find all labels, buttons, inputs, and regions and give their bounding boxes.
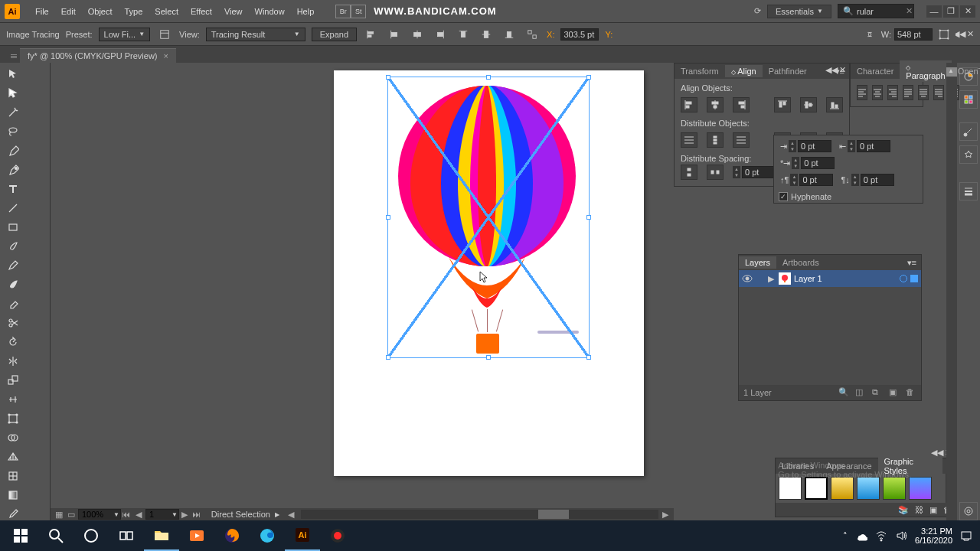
illustrator-taskbar-icon[interactable]: Ai: [285, 520, 320, 551]
zoom-field[interactable]: [78, 509, 121, 520]
style-swatch-blue[interactable]: [857, 477, 880, 500]
styles-collapse-icon[interactable]: ◀◀: [931, 448, 943, 458]
workspace-dropdown[interactable]: Essentials▼: [767, 5, 831, 18]
window-minimize[interactable]: —: [926, 5, 942, 18]
panel-close2-icon[interactable]: ✕: [839, 65, 846, 75]
scroll-right-icon[interactable]: ▶: [660, 510, 671, 519]
record-icon[interactable]: [320, 520, 355, 551]
space-before-field[interactable]: [799, 174, 833, 186]
panel-collapse-icon[interactable]: ◀◀: [825, 65, 838, 75]
para-justify-center-icon[interactable]: [918, 85, 929, 100]
file-explorer-icon[interactable]: [144, 520, 179, 551]
style-swatch-outline[interactable]: [805, 477, 828, 500]
right-vertical-scrollbar[interactable]: [946, 63, 957, 520]
dist-bottom-icon[interactable]: [733, 132, 750, 148]
paintbrush-tool-icon[interactable]: [0, 236, 25, 256]
preset-dropdown[interactable]: Low Fi...▼: [99, 28, 151, 41]
dist-space-h-icon[interactable]: [707, 165, 724, 180]
new-layer-icon[interactable]: ▣: [889, 387, 900, 398]
window-restore[interactable]: ❐: [943, 5, 959, 18]
tab-paragraph[interactable]: ◇ Paragraph: [900, 60, 951, 82]
edge-icon[interactable]: [250, 520, 285, 551]
tab-transform[interactable]: Transform: [675, 65, 725, 77]
cortana-icon[interactable]: [74, 520, 109, 551]
menu-type[interactable]: Type: [119, 4, 149, 19]
menu-file[interactable]: File: [29, 4, 55, 19]
document-tab-close-icon[interactable]: ×: [164, 51, 168, 60]
link-wh-icon[interactable]: [861, 26, 878, 43]
align-hc-icon[interactable]: [409, 26, 426, 43]
direct-selection-tool-icon[interactable]: [0, 83, 25, 103]
layer-name-label[interactable]: Layer 1: [794, 274, 897, 283]
w-field[interactable]: [894, 28, 933, 41]
rotate-tool-icon[interactable]: [0, 332, 25, 351]
para-align-center-icon[interactable]: [872, 85, 883, 100]
first-line-indent-stepper[interactable]: *⇥▲▼: [780, 157, 916, 169]
perspective-grid-tool-icon[interactable]: [0, 447, 25, 466]
artboard-number-field[interactable]: [145, 509, 179, 520]
space-before-stepper[interactable]: ↑¶▲▼: [780, 174, 833, 186]
tab-appearance[interactable]: Appearance: [820, 460, 877, 472]
line-tool-icon[interactable]: [0, 198, 25, 217]
menu-help[interactable]: Help: [291, 4, 321, 19]
align-right-obj-icon[interactable]: [733, 97, 750, 112]
dist-top-icon[interactable]: [681, 132, 697, 148]
align-left-icon[interactable]: [363, 26, 380, 43]
tray-expand-icon[interactable]: ˄: [843, 531, 848, 541]
align-vt-icon[interactable]: [455, 26, 472, 43]
align-bottom-obj-icon[interactable]: [826, 97, 843, 112]
sound-tray-icon[interactable]: [895, 530, 907, 542]
left-indent-field[interactable]: [798, 140, 831, 152]
notifications-tray-icon[interactable]: [960, 530, 972, 542]
selection-indicator-icon[interactable]: [910, 275, 918, 282]
tab-artboards[interactable]: Artboards: [776, 256, 825, 269]
shape-builder-tool-icon[interactable]: [0, 428, 25, 447]
para-justify-right-icon[interactable]: [933, 85, 944, 100]
menu-edit[interactable]: Edit: [55, 4, 82, 19]
curvature-tool-icon[interactable]: [0, 160, 25, 179]
align-vc-icon[interactable]: [478, 26, 495, 43]
onedrive-tray-icon[interactable]: [855, 530, 867, 542]
dist-vcenter-icon[interactable]: [707, 132, 724, 148]
new-style-icon[interactable]: ▣: [929, 505, 937, 515]
tab-pathfinder[interactable]: Pathfinder: [763, 65, 813, 77]
transform-panel-icon[interactable]: [524, 26, 541, 43]
pencil-tool-icon[interactable]: [0, 256, 25, 275]
stroke-panel-icon[interactable]: [959, 182, 978, 201]
type-tool-icon[interactable]: [0, 179, 25, 198]
video-editor-icon[interactable]: [179, 520, 214, 551]
bridge-icon[interactable]: Br: [335, 5, 351, 18]
hyphenate-checkbox[interactable]: ✓: [779, 192, 788, 201]
delete-layer-icon[interactable]: 🗑: [906, 387, 916, 398]
para-align-left-icon[interactable]: [857, 85, 867, 100]
sync-icon[interactable]: ⟳: [754, 6, 761, 16]
space-after-field[interactable]: [861, 174, 894, 186]
help-search-input[interactable]: [857, 7, 903, 16]
reflect-tool-icon[interactable]: [0, 351, 25, 370]
expand-button[interactable]: Expand: [312, 28, 357, 41]
first-artboard-icon[interactable]: ⏮: [121, 510, 132, 519]
menu-effect[interactable]: Effect: [185, 4, 218, 19]
align-hr-icon[interactable]: [432, 26, 449, 43]
new-sublayer-icon[interactable]: ⧉: [872, 387, 883, 398]
window-close[interactable]: ✕: [960, 5, 975, 18]
start-button[interactable]: [3, 520, 38, 551]
para-align-right-icon[interactable]: [887, 85, 898, 100]
swatches-panel-icon[interactable]: [959, 90, 978, 109]
spacing-field[interactable]: [742, 166, 776, 178]
align-hcenter-obj-icon[interactable]: [707, 97, 724, 112]
tracing-panel-icon[interactable]: [156, 26, 173, 43]
scale-corners-icon[interactable]: [936, 26, 952, 43]
selection-tool-icon[interactable]: [0, 64, 25, 83]
width-tool-icon[interactable]: [0, 390, 25, 409]
break-link-icon[interactable]: ⛓: [915, 505, 923, 514]
style-swatch-green[interactable]: [883, 477, 906, 500]
rectangle-tool-icon[interactable]: [0, 217, 25, 236]
align-hl-icon[interactable]: [386, 26, 403, 43]
para-justify-left-icon[interactable]: [903, 85, 913, 100]
right-indent-stepper[interactable]: ⇤▲▼: [839, 140, 890, 152]
tab-character[interactable]: Character: [851, 65, 900, 77]
nav-icon[interactable]: ▦: [54, 510, 64, 519]
style-swatch-gold[interactable]: [831, 477, 854, 500]
scissors-tool-icon[interactable]: [0, 313, 25, 332]
